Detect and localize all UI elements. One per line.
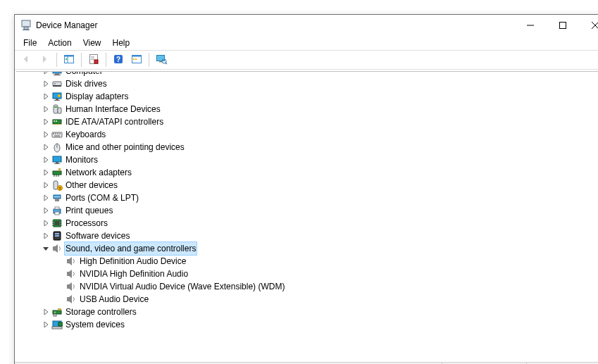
tree-node[interactable]: NVIDIA High Definition Audio <box>20 268 598 280</box>
minimize-button[interactable] <box>514 15 547 36</box>
tree-node-label: Keyboards <box>64 128 107 141</box>
device-manager-window: Device Manager File Action View Help ? C… <box>14 14 598 364</box>
ide-icon <box>51 116 63 127</box>
toolbar-separator <box>56 53 57 67</box>
mouse-icon <box>51 142 63 153</box>
app-icon <box>20 20 32 31</box>
tree-node[interactable]: High Definition Audio Device <box>20 255 598 268</box>
tree-node[interactable]: USB Audio Device <box>20 293 598 306</box>
speaker-icon <box>66 256 77 267</box>
chevron-right-icon[interactable] <box>40 103 51 115</box>
tree-node[interactable]: Computer <box>20 72 598 77</box>
svg-rect-0 <box>22 20 30 27</box>
chevron-right-icon[interactable] <box>40 306 51 318</box>
chevron-right-icon[interactable] <box>40 205 51 216</box>
chevron-right-icon[interactable] <box>40 319 51 330</box>
svg-text:?: ? <box>116 56 120 63</box>
tree-node-label: Software devices <box>64 230 131 242</box>
maximize-button[interactable] <box>547 15 579 36</box>
scan-hardware-button[interactable] <box>128 51 145 68</box>
system-icon <box>51 319 63 330</box>
display-icon <box>51 91 63 102</box>
window-controls <box>514 15 598 36</box>
storage-icon <box>51 306 63 318</box>
chevron-right-icon[interactable] <box>40 180 51 191</box>
chevron-right-icon[interactable] <box>40 167 51 178</box>
chevron-right-icon[interactable] <box>40 230 51 241</box>
tree-node-label: Ports (COM & LPT) <box>64 192 140 204</box>
tree-node-label: NVIDIA High Definition Audio <box>78 268 189 280</box>
help-button[interactable]: ? <box>110 51 127 68</box>
chevron-right-icon[interactable] <box>40 218 51 229</box>
content-area: ComputerDisk drivesDisplay adaptersHuman… <box>16 71 598 360</box>
window-title: Device Manager <box>36 20 514 30</box>
menu-file[interactable]: File <box>18 37 42 49</box>
printer-icon <box>51 205 63 216</box>
show-hidden-button[interactable] <box>153 51 170 68</box>
tree-node[interactable]: Human Interface Devices <box>20 103 598 115</box>
show-hide-tree-button[interactable] <box>61 51 77 68</box>
arrow-right-icon <box>39 54 50 67</box>
chevron-right-icon[interactable] <box>40 154 51 165</box>
tree-node[interactable]: Display adapters <box>20 90 598 103</box>
tree-node[interactable]: Disk drives <box>20 77 598 90</box>
monitor-icon <box>51 154 63 165</box>
tree-node[interactable]: IDE ATA/ATAPI controllers <box>20 115 598 128</box>
tree-node[interactable]: Keyboards <box>20 128 598 141</box>
chevron-right-icon[interactable] <box>40 91 51 102</box>
chevron-right-icon[interactable] <box>40 78 51 89</box>
tree-node-label: IDE ATA/ATAPI controllers <box>64 115 165 128</box>
menubar: File Action View Help <box>15 36 598 50</box>
hid-icon <box>51 103 63 115</box>
tree-node[interactable]: Network adapters <box>20 166 598 179</box>
tree-node-label: Monitors <box>64 153 99 166</box>
help-icon: ? <box>113 54 124 67</box>
tree-node[interactable]: Ports (COM & LPT) <box>20 192 598 204</box>
chevron-right-icon[interactable] <box>40 192 51 203</box>
tree-node-label: Processors <box>64 217 109 230</box>
svg-rect-20 <box>135 58 137 60</box>
tree-node[interactable]: Storage controllers <box>20 306 598 318</box>
cpu-icon <box>51 218 63 229</box>
tree-pane-icon <box>63 54 75 67</box>
properties-icon <box>88 54 99 67</box>
speaker-icon <box>66 268 77 280</box>
tree-node-label: NVIDIA Virtual Audio Device (Wave Extens… <box>78 280 286 293</box>
toolbar-separator <box>106 53 106 67</box>
back-button[interactable] <box>18 51 35 68</box>
svg-rect-22 <box>159 61 162 62</box>
tree-node[interactable]: Monitors <box>20 153 598 166</box>
network-icon <box>51 167 63 178</box>
tree-node[interactable]: NVIDIA Virtual Audio Device (Wave Extens… <box>20 280 598 293</box>
speaker-icon <box>66 294 77 305</box>
tree-node[interactable]: Mice and other pointing devices <box>20 141 598 153</box>
properties-button[interactable] <box>85 51 102 68</box>
menu-action[interactable]: Action <box>42 37 77 49</box>
tree-node[interactable]: System devices <box>20 318 598 331</box>
close-button[interactable] <box>579 15 598 36</box>
keyboard-icon <box>51 129 63 140</box>
computer-icon <box>51 72 63 77</box>
menu-view[interactable]: View <box>77 37 107 49</box>
tree-node[interactable]: Print queues <box>20 204 598 217</box>
menu-help[interactable]: Help <box>107 37 136 49</box>
tree-node-label: Human Interface Devices <box>64 103 162 115</box>
svg-rect-2 <box>23 30 30 30</box>
tree-node[interactable]: Other devices <box>20 179 598 192</box>
forward-button[interactable] <box>36 51 53 68</box>
chevron-down-icon[interactable] <box>40 243 51 254</box>
device-tree[interactable]: ComputerDisk drivesDisplay adaptersHuman… <box>16 72 598 360</box>
tree-node[interactable]: Sound, video and game controllers <box>20 242 598 255</box>
tree-node[interactable]: Processors <box>20 217 598 230</box>
tree-node-label: Other devices <box>64 179 119 192</box>
chevron-right-icon[interactable] <box>40 129 51 140</box>
chevron-right-icon[interactable] <box>40 72 51 77</box>
chevron-right-icon[interactable] <box>40 142 51 153</box>
tree-node[interactable]: Software devices <box>20 230 598 242</box>
tree-node-label: Network adapters <box>64 166 133 179</box>
chevron-right-icon[interactable] <box>40 116 51 127</box>
tree-node-label: High Definition Audio Device <box>78 255 187 268</box>
titlebar: Device Manager <box>15 15 598 36</box>
tree-node-label: USB Audio Device <box>78 293 150 306</box>
svg-rect-1 <box>24 27 28 30</box>
